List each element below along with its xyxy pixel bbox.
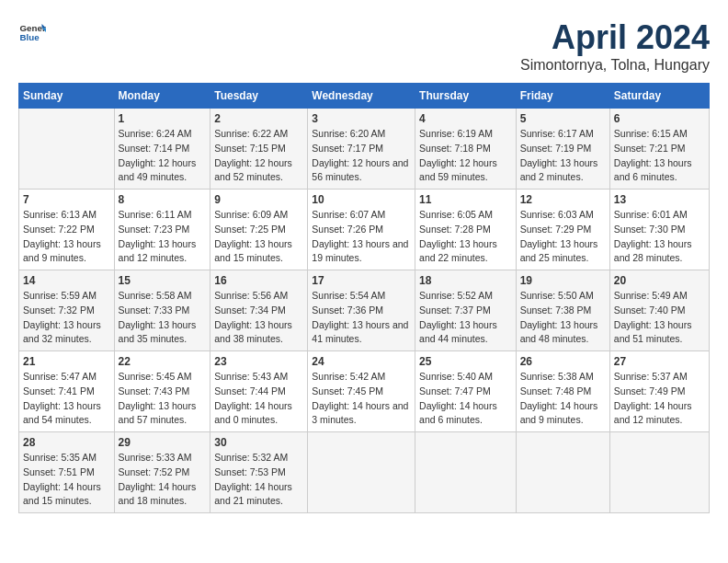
calendar-cell: 2 Sunrise: 6:22 AM Sunset: 7:15 PM Dayli… (210, 109, 308, 190)
week-row-2: 7 Sunrise: 6:13 AM Sunset: 7:22 PM Dayli… (19, 190, 710, 270)
sunset: Sunset: 7:38 PM (520, 304, 592, 316)
sunrise: Sunrise: 6:05 AM (419, 209, 493, 220)
sunset: Sunset: 7:26 PM (312, 224, 383, 235)
day-number: 1 (119, 112, 207, 125)
day-number: 10 (312, 193, 411, 206)
calendar-cell: 9 Sunrise: 6:09 AM Sunset: 7:25 PM Dayli… (210, 190, 308, 270)
calendar-cell (415, 432, 517, 513)
sunset: Sunset: 7:30 PM (614, 224, 686, 235)
calendar-cell (609, 432, 709, 513)
day-number: 20 (614, 274, 705, 287)
day-info: Sunrise: 5:47 AM Sunset: 7:41 PM Dayligh… (23, 370, 110, 428)
calendar-cell: 22 Sunrise: 5:45 AM Sunset: 7:43 PM Dayl… (114, 351, 210, 432)
sunrise: Sunrise: 5:52 AM (419, 290, 493, 301)
calendar-cell (19, 109, 115, 190)
sunrise: Sunrise: 5:35 AM (23, 452, 97, 463)
subtitle: Simontornya, Tolna, Hungary (520, 57, 710, 74)
day-info: Sunrise: 6:03 AM Sunset: 7:29 PM Dayligh… (520, 208, 606, 266)
daylight: Daylight: 13 hours and 44 minutes. (419, 319, 497, 345)
sunset: Sunset: 7:21 PM (614, 143, 686, 154)
calendar-cell: 29 Sunrise: 5:33 AM Sunset: 7:52 PM Dayl… (114, 432, 210, 513)
sunset: Sunset: 7:22 PM (23, 224, 95, 235)
day-number: 23 (214, 355, 303, 368)
sunset: Sunset: 7:18 PM (419, 143, 491, 154)
daylight: Daylight: 12 hours and 49 minutes. (119, 157, 197, 183)
header-day-sunday: Sunday (19, 84, 115, 109)
day-info: Sunrise: 5:43 AM Sunset: 7:44 PM Dayligh… (214, 370, 303, 428)
daylight: Daylight: 13 hours and 28 minutes. (614, 238, 692, 264)
day-info: Sunrise: 6:01 AM Sunset: 7:30 PM Dayligh… (614, 208, 705, 266)
day-number: 24 (312, 355, 411, 368)
daylight: Daylight: 12 hours and 52 minutes. (214, 157, 292, 183)
day-number: 30 (214, 436, 303, 449)
day-info: Sunrise: 6:24 AM Sunset: 7:14 PM Dayligh… (119, 127, 207, 185)
sunrise: Sunrise: 6:01 AM (614, 209, 688, 220)
daylight: Daylight: 13 hours and 48 minutes. (520, 319, 598, 345)
sunrise: Sunrise: 6:03 AM (520, 209, 594, 220)
sunrise: Sunrise: 6:20 AM (312, 128, 385, 139)
day-number: 14 (23, 274, 110, 287)
sunrise: Sunrise: 6:13 AM (23, 209, 97, 220)
day-number: 28 (23, 436, 110, 449)
calendar-cell (308, 432, 415, 513)
sunrise: Sunrise: 5:47 AM (23, 371, 97, 382)
day-info: Sunrise: 5:37 AM Sunset: 7:49 PM Dayligh… (614, 370, 705, 428)
day-info: Sunrise: 6:13 AM Sunset: 7:22 PM Dayligh… (23, 208, 110, 266)
sunrise: Sunrise: 6:15 AM (614, 128, 688, 139)
calendar-cell: 3 Sunrise: 6:20 AM Sunset: 7:17 PM Dayli… (308, 109, 415, 190)
sunset: Sunset: 7:53 PM (214, 466, 286, 477)
day-info: Sunrise: 5:52 AM Sunset: 7:37 PM Dayligh… (419, 289, 512, 347)
sunrise: Sunrise: 5:54 AM (312, 290, 385, 301)
day-number: 19 (520, 274, 606, 287)
sunrise: Sunrise: 6:19 AM (419, 128, 493, 139)
daylight: Daylight: 14 hours and 3 minutes. (312, 400, 408, 426)
daylight: Daylight: 13 hours and 41 minutes. (312, 319, 408, 345)
sunset: Sunset: 7:45 PM (312, 385, 383, 396)
day-number: 13 (614, 193, 705, 206)
daylight: Daylight: 13 hours and 32 minutes. (23, 319, 101, 345)
week-row-3: 14 Sunrise: 5:59 AM Sunset: 7:32 PM Dayl… (19, 270, 710, 351)
sunrise: Sunrise: 5:42 AM (312, 371, 385, 382)
sunset: Sunset: 7:25 PM (214, 224, 286, 235)
header-day-wednesday: Wednesday (308, 84, 415, 109)
day-number: 2 (214, 112, 303, 125)
sunrise: Sunrise: 5:32 AM (214, 452, 288, 463)
header-day-tuesday: Tuesday (210, 84, 308, 109)
header-day-friday: Friday (516, 84, 609, 109)
sunrise: Sunrise: 5:37 AM (614, 371, 688, 382)
sunset: Sunset: 7:15 PM (214, 143, 286, 154)
calendar-cell: 8 Sunrise: 6:11 AM Sunset: 7:23 PM Dayli… (114, 190, 210, 270)
week-row-5: 28 Sunrise: 5:35 AM Sunset: 7:51 PM Dayl… (19, 432, 710, 513)
calendar-table: SundayMondayTuesdayWednesdayThursdayFrid… (18, 83, 710, 513)
day-info: Sunrise: 6:15 AM Sunset: 7:21 PM Dayligh… (614, 127, 705, 185)
day-info: Sunrise: 6:05 AM Sunset: 7:28 PM Dayligh… (419, 208, 512, 266)
day-info: Sunrise: 5:45 AM Sunset: 7:43 PM Dayligh… (119, 370, 207, 428)
daylight: Daylight: 13 hours and 6 minutes. (614, 157, 692, 183)
header-day-saturday: Saturday (609, 84, 709, 109)
sunrise: Sunrise: 5:45 AM (119, 371, 192, 382)
daylight: Daylight: 13 hours and 51 minutes. (614, 319, 692, 345)
daylight: Daylight: 13 hours and 57 minutes. (119, 400, 197, 426)
day-info: Sunrise: 5:49 AM Sunset: 7:40 PM Dayligh… (614, 289, 705, 347)
day-info: Sunrise: 5:35 AM Sunset: 7:51 PM Dayligh… (23, 451, 110, 509)
logo: General Blue (18, 18, 46, 46)
daylight: Daylight: 13 hours and 2 minutes. (520, 157, 598, 183)
sunset: Sunset: 7:19 PM (520, 143, 592, 154)
day-number: 17 (312, 274, 411, 287)
day-info: Sunrise: 6:19 AM Sunset: 7:18 PM Dayligh… (419, 127, 512, 185)
day-info: Sunrise: 6:11 AM Sunset: 7:23 PM Dayligh… (119, 208, 207, 266)
sunset: Sunset: 7:17 PM (312, 143, 383, 154)
day-number: 12 (520, 193, 606, 206)
sunrise: Sunrise: 5:50 AM (520, 290, 594, 301)
sunrise: Sunrise: 6:11 AM (119, 209, 192, 220)
week-row-1: 1 Sunrise: 6:24 AM Sunset: 7:14 PM Dayli… (19, 109, 710, 190)
logo-icon: General Blue (18, 18, 46, 46)
calendar-cell: 19 Sunrise: 5:50 AM Sunset: 7:38 PM Dayl… (516, 270, 609, 351)
calendar-cell: 26 Sunrise: 5:38 AM Sunset: 7:48 PM Dayl… (516, 351, 609, 432)
sunset: Sunset: 7:14 PM (119, 143, 190, 154)
daylight: Daylight: 14 hours and 12 minutes. (614, 400, 692, 426)
day-info: Sunrise: 6:17 AM Sunset: 7:19 PM Dayligh… (520, 127, 606, 185)
daylight: Daylight: 13 hours and 12 minutes. (119, 238, 197, 264)
day-number: 26 (520, 355, 606, 368)
daylight: Daylight: 13 hours and 9 minutes. (23, 238, 101, 264)
